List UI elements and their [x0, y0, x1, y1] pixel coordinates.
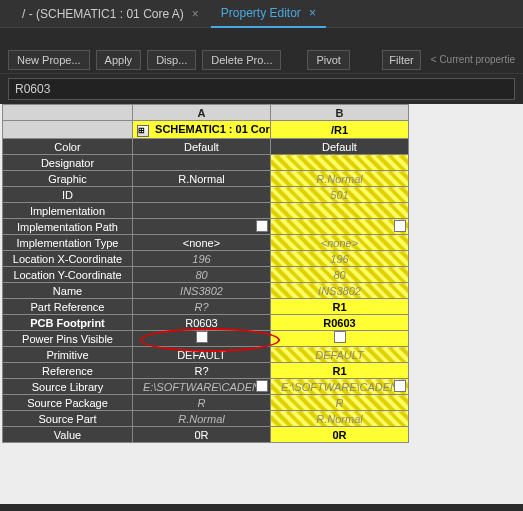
- cell-b[interactable]: [271, 219, 409, 235]
- column-header-b[interactable]: B: [271, 105, 409, 121]
- table-row: Location Y-Coordinate8080: [3, 267, 409, 283]
- schematic-context-cell[interactable]: ⊞ SCHEMATIC1 : 01 Cor: [133, 121, 271, 139]
- cell-a[interactable]: <none>: [133, 235, 271, 251]
- cell-a[interactable]: R0603: [133, 315, 271, 331]
- property-label[interactable]: Implementation Type: [3, 235, 133, 251]
- cell-b[interactable]: 80: [271, 267, 409, 283]
- cell-b[interactable]: R1: [271, 299, 409, 315]
- tab-bar: / - (SCHEMATIC1 : 01 Core A) × Property …: [0, 0, 523, 28]
- property-label[interactable]: Source Part: [3, 411, 133, 427]
- checkbox[interactable]: [196, 331, 208, 343]
- cell-a[interactable]: R.Normal: [133, 171, 271, 187]
- toolbar: New Prope... Apply Disp... Delete Pro...…: [0, 46, 523, 74]
- cell-b[interactable]: R0603: [271, 315, 409, 331]
- cell-a[interactable]: E:\SOFTWARE\CADEN: [133, 379, 271, 395]
- browse-box[interactable]: [256, 380, 268, 392]
- instance-context-cell[interactable]: /R1: [271, 121, 409, 139]
- cell-b[interactable]: [271, 331, 409, 347]
- pivot-button[interactable]: Pivot: [307, 50, 349, 70]
- property-label[interactable]: Primitive: [3, 347, 133, 363]
- tab-label: Property Editor: [221, 6, 301, 20]
- cell-b[interactable]: [271, 203, 409, 219]
- display-button[interactable]: Disp...: [147, 50, 196, 70]
- table-row: Location X-Coordinate196196: [3, 251, 409, 267]
- tab-label: / - (SCHEMATIC1 : 01 Core A): [22, 7, 184, 21]
- tab-schematic[interactable]: / - (SCHEMATIC1 : 01 Core A) ×: [12, 1, 209, 27]
- property-label[interactable]: ID: [3, 187, 133, 203]
- cell-a[interactable]: [133, 203, 271, 219]
- cell-b[interactable]: R.Normal: [271, 171, 409, 187]
- cell-b[interactable]: <none>: [271, 235, 409, 251]
- cell-a[interactable]: [133, 219, 271, 235]
- property-label[interactable]: Implementation: [3, 203, 133, 219]
- table-row: Source PartR.NormalR.Normal: [3, 411, 409, 427]
- schematic-icon: ⊞: [137, 125, 149, 137]
- cell-a[interactable]: Default: [133, 139, 271, 155]
- table-row: ID501: [3, 187, 409, 203]
- property-label[interactable]: Location X-Coordinate: [3, 251, 133, 267]
- table-row: PCB FootprintR0603R0603: [3, 315, 409, 331]
- cell-b[interactable]: R1: [271, 363, 409, 379]
- column-header-a[interactable]: A: [133, 105, 271, 121]
- property-label[interactable]: Graphic: [3, 171, 133, 187]
- context-header-row: ⊞ SCHEMATIC1 : 01 Cor /R1: [3, 121, 409, 139]
- cell-b[interactable]: E:\SOFTWARE\CADEN: [271, 379, 409, 395]
- property-label[interactable]: Source Library: [3, 379, 133, 395]
- cell-a[interactable]: [133, 187, 271, 203]
- property-label[interactable]: Location Y-Coordinate: [3, 267, 133, 283]
- cell-b[interactable]: R.Normal: [271, 411, 409, 427]
- property-label[interactable]: Designator: [3, 155, 133, 171]
- cell-a[interactable]: R: [133, 395, 271, 411]
- close-icon[interactable]: ×: [309, 6, 316, 20]
- table-row: Source LibraryE:\SOFTWARE\CADENE:\SOFTWA…: [3, 379, 409, 395]
- delete-property-button[interactable]: Delete Pro...: [202, 50, 281, 70]
- new-property-button[interactable]: New Prope...: [8, 50, 90, 70]
- cell-a[interactable]: [133, 331, 271, 347]
- close-icon[interactable]: ×: [192, 7, 199, 21]
- table-row: Implementation Type<none><none>: [3, 235, 409, 251]
- cell-a[interactable]: 80: [133, 267, 271, 283]
- property-label[interactable]: Color: [3, 139, 133, 155]
- property-label[interactable]: Part Reference: [3, 299, 133, 315]
- cell-a[interactable]: 196: [133, 251, 271, 267]
- filter-label[interactable]: Filter: [382, 50, 420, 70]
- table-row: Value0R0R: [3, 427, 409, 443]
- cell-b[interactable]: DEFAULT: [271, 347, 409, 363]
- apply-button[interactable]: Apply: [96, 50, 142, 70]
- column-header-row: A B: [3, 105, 409, 121]
- table-row: Implementation: [3, 203, 409, 219]
- property-grid: A B ⊞ SCHEMATIC1 : 01 Cor /R1 ColorDefau…: [0, 104, 523, 504]
- browse-box[interactable]: [256, 220, 268, 232]
- cell-a[interactable]: R?: [133, 299, 271, 315]
- cell-a[interactable]: R.Normal: [133, 411, 271, 427]
- header-corner: [3, 105, 133, 121]
- tab-property-editor[interactable]: Property Editor ×: [211, 0, 326, 28]
- property-label[interactable]: Source Package: [3, 395, 133, 411]
- cell-b[interactable]: 196: [271, 251, 409, 267]
- cell-a[interactable]: INS3802: [133, 283, 271, 299]
- checkbox[interactable]: [334, 331, 346, 343]
- cell-b[interactable]: R: [271, 395, 409, 411]
- cell-b[interactable]: 501: [271, 187, 409, 203]
- cell-b[interactable]: Default: [271, 139, 409, 155]
- browse-box[interactable]: [394, 220, 406, 232]
- property-label[interactable]: Power Pins Visible: [3, 331, 133, 347]
- property-label[interactable]: Reference: [3, 363, 133, 379]
- cell-b[interactable]: INS3802: [271, 283, 409, 299]
- cell-b[interactable]: 0R: [271, 427, 409, 443]
- property-label[interactable]: Name: [3, 283, 133, 299]
- cell-a[interactable]: R?: [133, 363, 271, 379]
- property-label[interactable]: Value: [3, 427, 133, 443]
- cell-b[interactable]: [271, 155, 409, 171]
- property-label[interactable]: PCB Footprint: [3, 315, 133, 331]
- cell-a[interactable]: 0R: [133, 427, 271, 443]
- table-row: GraphicR.NormalR.Normal: [3, 171, 409, 187]
- cell-a[interactable]: [133, 155, 271, 171]
- browse-box[interactable]: [394, 380, 406, 392]
- search-row: [0, 74, 523, 104]
- cell-a[interactable]: DEFAULT: [133, 347, 271, 363]
- search-input[interactable]: [8, 78, 515, 100]
- table-row: NameINS3802INS3802: [3, 283, 409, 299]
- schematic-label: SCHEMATIC1 : 01 Cor: [155, 123, 270, 135]
- property-label[interactable]: Implementation Path: [3, 219, 133, 235]
